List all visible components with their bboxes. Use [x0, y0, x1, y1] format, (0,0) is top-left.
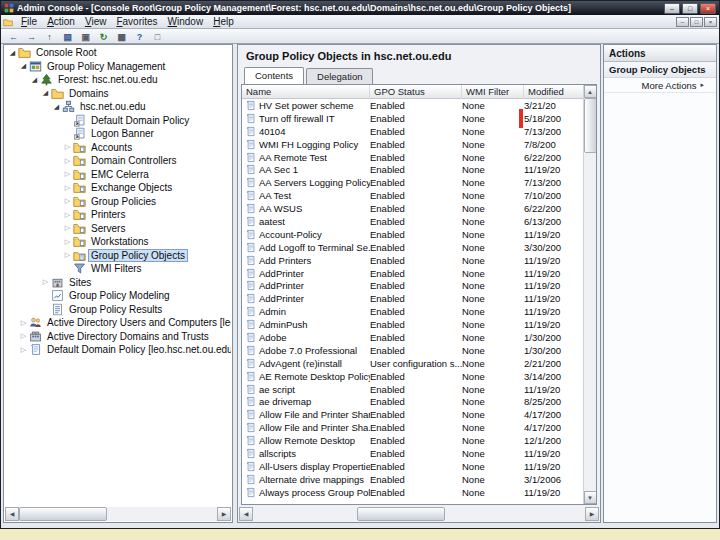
child-close-button[interactable]: ×: [704, 17, 717, 27]
tab-contents[interactable]: Contents: [244, 67, 304, 84]
tree-item-console-root[interactable]: Console Root: [5, 46, 231, 60]
tree-item-domain-hsc[interactable]: hsc.net.ou.edu: [5, 100, 231, 114]
tree-item-group-policy-results[interactable]: Group Policy Results: [5, 303, 231, 317]
help-button[interactable]: ?: [131, 30, 148, 43]
scroll-left-button[interactable]: ◀: [239, 507, 253, 521]
actions-section-label[interactable]: Group Policy Objects: [604, 62, 716, 78]
child-minimize-button[interactable]: –: [676, 17, 689, 27]
expander-icon[interactable]: [63, 157, 72, 165]
expander-icon[interactable]: [19, 319, 28, 327]
tree-item-accounts[interactable]: Accounts: [5, 141, 231, 155]
AE Remote Desktop Policy[interactable]: AE Remote Desktop Policy Enabled None 3/…: [242, 370, 583, 383]
tree-item-workstations[interactable]: Workstations: [5, 235, 231, 249]
menu-file[interactable]: File: [16, 16, 42, 27]
Adobe[interactable]: Adobe Enabled None 1/30/200: [242, 331, 583, 344]
allscripts[interactable]: allscripts Enabled None 11/19/20: [242, 447, 583, 460]
Adobe 7.0 Professional[interactable]: Adobe 7.0 Professional Enabled None 1/30…: [242, 344, 583, 357]
tree-item-default-domain-policy-editor[interactable]: Default Domain Policy [leo.hsc.net.ou.ed…: [5, 343, 231, 357]
tree-item-ad-users-and-computers[interactable]: Active Directory Users and Computers [le…: [5, 316, 231, 330]
Allow File and Printer Sha...[interactable]: Allow File and Printer Sha... Enabled No…: [242, 421, 583, 434]
results-horizontal-scrollbar[interactable]: ◀ ▶: [239, 507, 599, 521]
aatest[interactable]: aatest Enabled None 6/13/200: [242, 215, 583, 228]
tab-delegation[interactable]: Delegation: [306, 68, 373, 84]
menu-view[interactable]: View: [80, 16, 112, 27]
menu-action[interactable]: Action: [42, 16, 80, 27]
properties-button[interactable]: ▣: [77, 30, 94, 43]
menu-favorites[interactable]: Favorites: [111, 16, 162, 27]
child-restore-button[interactable]: □: [690, 17, 703, 27]
minimize-button[interactable]: –: [664, 3, 680, 14]
expander-icon[interactable]: [63, 197, 72, 205]
AA Remote Test[interactable]: AA Remote Test Enabled None 6/22/200: [242, 151, 583, 164]
expander-icon[interactable]: [63, 143, 72, 151]
back-button[interactable]: ←: [5, 30, 22, 43]
expander-icon[interactable]: [63, 211, 72, 219]
expander-icon[interactable]: [19, 62, 28, 70]
tree-item-emc-celerra[interactable]: EMC Celerra: [5, 168, 231, 182]
Account-Policy[interactable]: Account-Policy Enabled None 11/19/20: [242, 228, 583, 241]
All-Users display Properties[interactable]: All-Users display Properties Enabled Non…: [242, 460, 583, 473]
expander-icon[interactable]: [52, 103, 61, 111]
AdvAgent (re)install[interactable]: AdvAgent (re)install User configuration …: [242, 357, 583, 370]
export-list-button[interactable]: ▦: [113, 30, 130, 43]
AddPrinter[interactable]: AddPrinter Enabled None 11/19/20: [242, 279, 583, 292]
ae drivemap[interactable]: ae drivemap Enabled None 8/25/200: [242, 395, 583, 408]
maximize-button[interactable]: □: [682, 3, 698, 14]
table-vertical-scrollbar[interactable]: ▲ ▼: [583, 85, 596, 504]
Add Printers[interactable]: Add Printers Enabled None 11/19/20: [242, 254, 583, 267]
expander-icon[interactable]: [41, 278, 50, 286]
AA WSUS[interactable]: AA WSUS Enabled None 6/22/200: [242, 202, 583, 215]
tree-item-servers[interactable]: Servers: [5, 222, 231, 236]
tree-item-sites[interactable]: Sites: [5, 276, 231, 290]
expander-icon[interactable]: [63, 184, 72, 192]
tree-item-group-policies[interactable]: Group Policies: [5, 195, 231, 209]
more-actions-button[interactable]: More Actions ▸: [604, 78, 716, 93]
Turn off firewall IT[interactable]: Turn off firewall IT Enabled None 5/18/2…: [242, 112, 583, 125]
tree-item-ad-domains-and-trusts[interactable]: Active Directory Domains and Trusts: [5, 330, 231, 344]
tree-item-group-policy-management[interactable]: Group Policy Management: [5, 60, 231, 74]
expander-icon[interactable]: [30, 76, 39, 84]
refresh-button[interactable]: ↻: [95, 30, 112, 43]
tree-item-printers[interactable]: Printers: [5, 208, 231, 222]
Admin[interactable]: Admin Enabled None 11/19/20: [242, 305, 583, 318]
expander-icon[interactable]: [63, 251, 72, 259]
40104[interactable]: 40104 Enabled None 7/13/200: [242, 125, 583, 138]
scrollbar-thumb[interactable]: [357, 507, 445, 521]
Allow Remote Desktop[interactable]: Allow Remote Desktop Enabled None 12/1/2…: [242, 434, 583, 447]
new-window-button[interactable]: □: [149, 30, 166, 43]
AA Servers Logging Policy[interactable]: AA Servers Logging Policy Enabled None 7…: [242, 176, 583, 189]
Alternate drive mappings[interactable]: Alternate drive mappings Enabled None 3/…: [242, 473, 583, 486]
scroll-right-button[interactable]: ▶: [217, 507, 231, 521]
Always process Group Pol...[interactable]: Always process Group Pol... Enabled None…: [242, 486, 583, 499]
AA Test[interactable]: AA Test Enabled None 7/10/200: [242, 189, 583, 202]
column-header[interactable]: GPO Status: [370, 85, 462, 99]
scroll-up-button[interactable]: ▲: [584, 85, 597, 98]
ae script[interactable]: ae script Enabled None 11/19/20: [242, 383, 583, 396]
close-button[interactable]: ×: [700, 3, 716, 14]
show-console-tree-button[interactable]: ▤: [59, 30, 76, 43]
scroll-right-button[interactable]: ▶: [585, 507, 599, 521]
AddPrinter[interactable]: AddPrinter Enabled None 11/19/20: [242, 292, 583, 305]
expander-icon[interactable]: [19, 346, 28, 354]
scrollbar-thumb[interactable]: [19, 507, 107, 521]
tree-item-domains[interactable]: Domains: [5, 87, 231, 101]
tree-item-group-policy-objects[interactable]: Group Policy Objects: [5, 249, 231, 263]
up-one-level-button[interactable]: ↑: [41, 30, 58, 43]
Allow File and Printer Shar...[interactable]: Allow File and Printer Shar... Enabled N…: [242, 408, 583, 421]
column-header[interactable]: WMI Filter: [462, 85, 524, 99]
expander-icon[interactable]: [63, 224, 72, 232]
tree-item-default-domain-policy[interactable]: Default Domain Policy: [5, 114, 231, 128]
column-header[interactable]: Modified: [524, 85, 583, 99]
expander-icon[interactable]: [41, 89, 50, 97]
column-header[interactable]: Name: [242, 85, 370, 99]
expander-icon[interactable]: [63, 238, 72, 246]
AdminPush[interactable]: AdminPush Enabled None 11/19/20: [242, 318, 583, 331]
AA Sec 1[interactable]: AA Sec 1 Enabled None 11/19/20: [242, 163, 583, 176]
WMI FH Logging Policy[interactable]: WMI FH Logging Policy Enabled None 7/8/2…: [242, 138, 583, 151]
tree-horizontal-scrollbar[interactable]: ◀ ▶: [5, 507, 231, 521]
scroll-left-button[interactable]: ◀: [5, 507, 19, 521]
tree-item-domain-controllers[interactable]: Domain Controllers: [5, 154, 231, 168]
tree-item-logon-banner[interactable]: Logon Banner: [5, 127, 231, 141]
tree-item-forest[interactable]: Forest: hsc.net.ou.edu: [5, 73, 231, 87]
menu-window[interactable]: Window: [163, 16, 209, 27]
